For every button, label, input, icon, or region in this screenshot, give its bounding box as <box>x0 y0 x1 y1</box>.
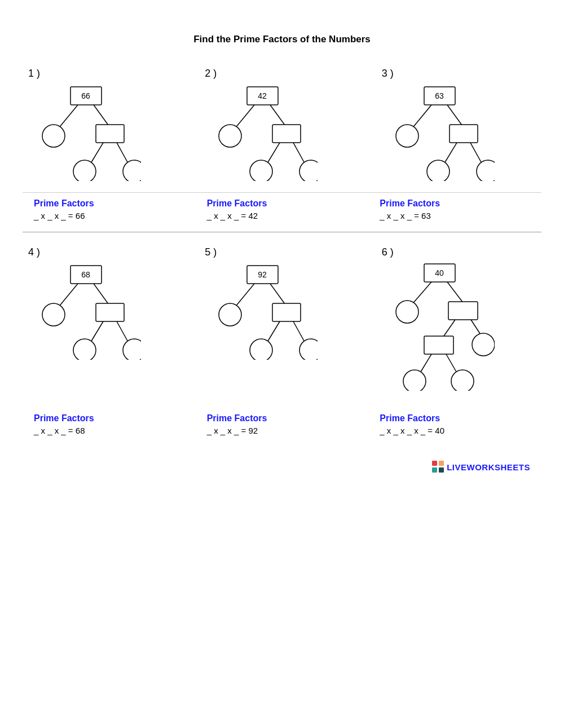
pf-equation-6: _ x _ x _ x _ = 40 <box>380 426 536 435</box>
pf-label-2: Prime Factors <box>207 198 363 209</box>
pf-equation-5: _ x _ x _ = 92 <box>207 426 363 435</box>
problem-3: 3 ) 63 <box>376 62 541 187</box>
pf-cell-5: Prime Factors _ x _ x _ = 92 <box>196 408 369 444</box>
svg-line-29 <box>94 284 110 306</box>
top-problems-grid: 1 ) 66 2 ) 42 <box>23 62 541 187</box>
svg-rect-40 <box>272 303 301 321</box>
svg-point-16 <box>250 160 272 181</box>
tree-2-root-value: 42 <box>258 91 267 100</box>
problem-5-number: 5 ) <box>205 246 217 258</box>
svg-line-24 <box>470 143 482 164</box>
logo-sq-2 <box>439 461 444 466</box>
svg-point-3 <box>42 125 65 147</box>
svg-rect-13 <box>272 125 301 143</box>
tree-6: 40 <box>382 261 495 391</box>
pf-equation-4: _ x _ x _ = 68 <box>34 426 190 435</box>
svg-line-51 <box>471 320 481 334</box>
problem-2-number: 2 ) <box>205 68 217 80</box>
svg-point-52 <box>472 333 495 356</box>
svg-line-42 <box>293 321 305 343</box>
tree-3-root-value: 63 <box>435 91 444 100</box>
svg-line-19 <box>413 105 431 127</box>
logo-box: LIVEWORKSHEETS <box>432 461 530 473</box>
logo-sq-1 <box>432 461 437 466</box>
pf-equation-3: _ x _ x _ = 63 <box>380 211 536 220</box>
svg-line-32 <box>90 321 103 343</box>
svg-line-11 <box>270 105 287 127</box>
pf-cell-6: Prime Factors _ x _ x _ x _ = 40 <box>368 408 541 444</box>
pf-cell-1: Prime Factors _ x _ x _ = 66 <box>23 192 196 229</box>
tree-4-root-value: 68 <box>81 270 90 279</box>
svg-point-34 <box>73 339 96 360</box>
svg-line-47 <box>447 282 464 303</box>
pf-equation-2: _ x _ x _ = 42 <box>207 211 363 220</box>
tree-4: 68 <box>28 261 141 360</box>
svg-point-56 <box>403 370 426 391</box>
svg-line-2 <box>94 105 110 127</box>
svg-line-55 <box>446 354 457 373</box>
tree-3: 63 <box>382 82 495 181</box>
logo-sq-4 <box>439 467 444 473</box>
svg-line-15 <box>293 143 305 164</box>
pf-label-1: Prime Factors <box>34 198 190 209</box>
svg-point-30 <box>42 303 65 326</box>
prime-factors-row-1: Prime Factors _ x _ x _ = 66 Prime Facto… <box>23 192 541 229</box>
svg-line-38 <box>270 284 287 306</box>
svg-line-10 <box>236 105 254 127</box>
svg-point-44 <box>299 339 318 360</box>
logo-squares <box>432 461 444 473</box>
svg-line-20 <box>447 105 464 127</box>
problem-2: 2 ) 42 <box>199 62 364 187</box>
svg-point-25 <box>427 160 450 181</box>
pf-label-4: Prime Factors <box>34 413 190 423</box>
svg-line-41 <box>267 321 280 343</box>
section-divider <box>23 232 541 232</box>
tree-1: 66 <box>28 82 141 181</box>
svg-point-35 <box>123 339 141 360</box>
svg-point-39 <box>219 303 241 326</box>
tree-5: 92 <box>205 261 318 360</box>
logo-text: LIVEWORKSHEETS <box>447 462 530 472</box>
svg-line-54 <box>420 354 431 373</box>
problem-5: 5 ) 92 <box>199 241 364 396</box>
svg-line-23 <box>444 143 457 164</box>
svg-line-6 <box>117 143 129 164</box>
svg-point-17 <box>299 160 318 181</box>
svg-point-57 <box>451 370 474 391</box>
pf-label-3: Prime Factors <box>380 198 536 209</box>
svg-point-26 <box>477 160 495 181</box>
tree-2: 42 <box>205 82 318 181</box>
svg-point-48 <box>396 301 418 323</box>
problem-6: 6 ) 40 <box>376 241 541 396</box>
pf-equation-1: _ x _ x _ = 66 <box>34 211 190 220</box>
svg-point-8 <box>123 160 141 181</box>
pf-label-5: Prime Factors <box>207 413 363 423</box>
pf-label-6: Prime Factors <box>380 413 536 423</box>
svg-rect-53 <box>424 336 453 354</box>
svg-point-21 <box>396 125 418 147</box>
svg-line-5 <box>90 143 103 164</box>
problem-3-number: 3 ) <box>382 68 394 80</box>
svg-rect-22 <box>450 125 478 143</box>
svg-line-14 <box>267 143 280 164</box>
svg-point-43 <box>250 339 272 360</box>
problem-4-number: 4 ) <box>28 246 40 258</box>
svg-point-12 <box>219 125 241 147</box>
prime-factors-row-2: Prime Factors _ x _ x _ = 68 Prime Facto… <box>23 408 541 444</box>
tree-1-root-value: 66 <box>81 91 90 100</box>
problem-1-number: 1 ) <box>28 68 40 80</box>
tree-5-root-value: 92 <box>258 270 267 279</box>
problem-6-number: 6 ) <box>382 246 394 258</box>
svg-rect-49 <box>448 302 478 320</box>
pf-cell-3: Prime Factors _ x _ x _ = 63 <box>368 192 541 229</box>
liveworksheets-logo: LIVEWORKSHEETS <box>23 461 541 473</box>
svg-rect-4 <box>96 125 124 143</box>
pf-cell-4: Prime Factors _ x _ x _ = 68 <box>23 408 196 444</box>
svg-line-1 <box>59 105 78 127</box>
page-title: Find the Prime Factors of the Numbers <box>23 34 541 45</box>
tree-6-root-value: 40 <box>435 268 444 277</box>
svg-point-7 <box>73 160 96 181</box>
pf-cell-2: Prime Factors _ x _ x _ = 42 <box>196 192 369 229</box>
logo-sq-3 <box>432 467 437 473</box>
svg-line-33 <box>117 321 129 343</box>
